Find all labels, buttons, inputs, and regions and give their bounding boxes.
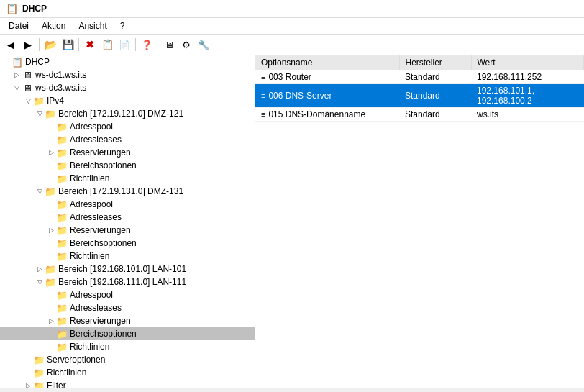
- folder-icon: 📁: [33, 380, 45, 388]
- tree-item-reservierungen-2[interactable]: ▷ 📁 Reservierungen: [0, 224, 255, 237]
- tree-label: Bereich [172.19.131.0] DMZ-131: [58, 186, 183, 196]
- tree-panel[interactable]: 📋 DHCP ▷ 🖥 ws-dc1.ws.its ▽ 🖥 ws-dc3.ws.i…: [0, 55, 255, 388]
- folder-icon: 📁: [56, 237, 68, 249]
- expand-icon: [46, 212, 56, 222]
- tree-item-reservierungen-4[interactable]: ▷ 📁 Reservierungen: [0, 314, 255, 327]
- tree-label: Bereich [172.19.121.0] DMZ-121: [58, 109, 183, 119]
- expand-icon: [46, 135, 56, 145]
- expand-icon: ▷: [35, 264, 45, 274]
- tree-item-richtlinien-4[interactable]: 📁 Richtlinien: [0, 340, 255, 353]
- expand-icon: ▷: [12, 70, 22, 80]
- folder-icon: 📁: [33, 367, 45, 378]
- table-header-row: Optionsname Hersteller Wert: [255, 55, 584, 70]
- menu-help[interactable]: ?: [114, 19, 131, 32]
- tree-label: Reservierungen: [70, 316, 131, 326]
- tree-item-bereichsoptionen-2[interactable]: 📁 Bereichsoptionen: [0, 237, 255, 250]
- tree-item-bereich-101[interactable]: ▷ 📁 Bereich [192.168.101.0] LAN-101: [0, 263, 255, 275]
- expand-icon: ▽: [35, 277, 45, 287]
- forward-button[interactable]: ▶: [20, 37, 36, 53]
- expand-icon: [46, 238, 56, 248]
- tree-label: Bereichsoptionen: [70, 238, 137, 248]
- tree-item-adressleases-2[interactable]: 📁 Adressleases: [0, 211, 255, 224]
- tree-label: Adresspool: [70, 199, 113, 209]
- copy-button[interactable]: 📋: [99, 37, 115, 53]
- folder-icon: 📁: [56, 341, 68, 352]
- tree-item-richtlinien-root[interactable]: 📁 Richtlinien: [0, 366, 255, 379]
- folder-icon: 📁: [56, 199, 68, 210]
- expand-icon: ▽: [35, 186, 45, 196]
- menu-bar: Datei Aktion Ansicht ?: [0, 18, 584, 35]
- options-table: Optionsname Hersteller Wert ≡003 RouterS…: [255, 55, 584, 122]
- expand-icon: ▷: [46, 147, 56, 158]
- folder-icon: 📁: [45, 276, 56, 288]
- save-button[interactable]: 💾: [60, 37, 76, 53]
- help-button[interactable]: ❓: [139, 37, 155, 53]
- option-value-cell: 192.168.101.1, 192.168.100.2: [471, 84, 584, 108]
- folder-icon: 📁: [56, 134, 68, 145]
- tree-item-reservierungen-1[interactable]: ▷ 📁 Reservierungen: [0, 146, 255, 159]
- table-row[interactable]: ≡015 DNS-DomänennameStandardws.its: [255, 108, 584, 122]
- folder-icon: 📁: [45, 186, 56, 197]
- menu-ansicht[interactable]: Ansicht: [73, 19, 112, 32]
- tree-item-richtlinien-1[interactable]: 📁 Richtlinien: [0, 172, 255, 185]
- expand-icon: [1, 57, 12, 67]
- computer-button[interactable]: 🖥: [161, 37, 177, 53]
- expand-icon: [46, 122, 56, 132]
- open-button[interactable]: 📂: [42, 37, 58, 53]
- option-name-cell: ≡003 Router: [255, 70, 399, 84]
- tree-label: Richtlinien: [70, 173, 109, 183]
- folder-icon: 📁: [56, 160, 68, 171]
- tree-item-richtlinien-2[interactable]: 📁 Richtlinien: [0, 250, 255, 263]
- toolbar-separator-1: [39, 38, 40, 51]
- tree-label: Bereichsoptionen: [70, 329, 137, 339]
- tree-item-adressleases-1[interactable]: 📁 Adressleases: [0, 133, 255, 146]
- tree-item-adresspool-4[interactable]: 📁 Adresspool: [0, 288, 255, 301]
- tree-item-bereich-111[interactable]: ▽ 📁 Bereich [192.168.111.0] LAN-111: [0, 275, 255, 288]
- expand-icon: ▽: [35, 109, 45, 119]
- paste-button[interactable]: 📄: [117, 37, 132, 53]
- expand-icon: ▷: [23, 380, 33, 388]
- folder-icon: 📁: [56, 250, 68, 262]
- tree-label: Adressleases: [70, 135, 122, 145]
- tree-label: Reservierungen: [70, 225, 131, 235]
- expand-icon: [46, 173, 56, 183]
- folder-icon: 📁: [56, 121, 68, 132]
- tree-item-dhcp[interactable]: 📋 DHCP: [0, 55, 255, 68]
- tree-item-ws-dc3[interactable]: ▽ 🖥 ws-dc3.ws.its: [0, 81, 255, 94]
- tree-label: Serveroptionen: [47, 355, 105, 365]
- option-vendor-cell: Standard: [399, 70, 471, 84]
- toolbar-separator-2: [78, 38, 79, 51]
- tree-item-filter[interactable]: ▷ 📁 Filter: [0, 379, 255, 388]
- delete-button[interactable]: ✖: [82, 37, 98, 53]
- table-row[interactable]: ≡006 DNS-ServerStandard192.168.101.1, 19…: [255, 84, 584, 108]
- menu-datei[interactable]: Datei: [3, 19, 35, 32]
- tree-item-adresspool-1[interactable]: 📁 Adresspool: [0, 120, 255, 133]
- expand-icon: [46, 329, 56, 339]
- expand-icon: ▷: [46, 225, 56, 235]
- table-row[interactable]: ≡003 RouterStandard192.168.111.252: [255, 70, 584, 84]
- tree-label: Adresspool: [70, 122, 113, 132]
- tools-button[interactable]: 🔧: [196, 37, 211, 53]
- folder-icon: 📁: [56, 315, 68, 327]
- dhcp-root-icon: 📋: [12, 56, 23, 68]
- tree-label: Bereichsoptionen: [70, 160, 137, 170]
- tree-item-ipv4[interactable]: ▽ 📁 IPv4: [0, 94, 255, 107]
- expand-icon: ▽: [23, 96, 33, 106]
- expand-icon: [46, 199, 56, 209]
- tree-item-ws-dc1[interactable]: ▷ 🖥 ws-dc1.ws.its: [0, 68, 255, 81]
- tree-item-bereich-131[interactable]: ▽ 📁 Bereich [172.19.131.0] DMZ-131: [0, 185, 255, 198]
- tree-item-bereich-121[interactable]: ▽ 📁 Bereich [172.19.121.0] DMZ-121: [0, 107, 255, 120]
- tree-item-adresspool-2[interactable]: 📁 Adresspool: [0, 198, 255, 211]
- option-name-cell: ≡015 DNS-Domänenname: [255, 108, 399, 122]
- expand-icon: [46, 251, 56, 261]
- tree-item-adressleases-4[interactable]: 📁 Adressleases: [0, 301, 255, 314]
- toolbar-separator-4: [158, 38, 158, 51]
- expand-icon: [46, 303, 56, 313]
- back-button[interactable]: ◀: [3, 37, 19, 53]
- tree-item-serveroptionen[interactable]: 📁 Serveroptionen: [0, 353, 255, 366]
- settings-button[interactable]: ⚙: [178, 37, 194, 53]
- tree-item-bereichsoptionen-1[interactable]: 📁 Bereichsoptionen: [0, 159, 255, 172]
- tree-item-bereichsoptionen-4[interactable]: 📁 Bereichsoptionen: [0, 327, 255, 340]
- tree-label: Bereich [192.168.111.0] LAN-111: [58, 277, 186, 287]
- menu-aktion[interactable]: Aktion: [36, 19, 71, 32]
